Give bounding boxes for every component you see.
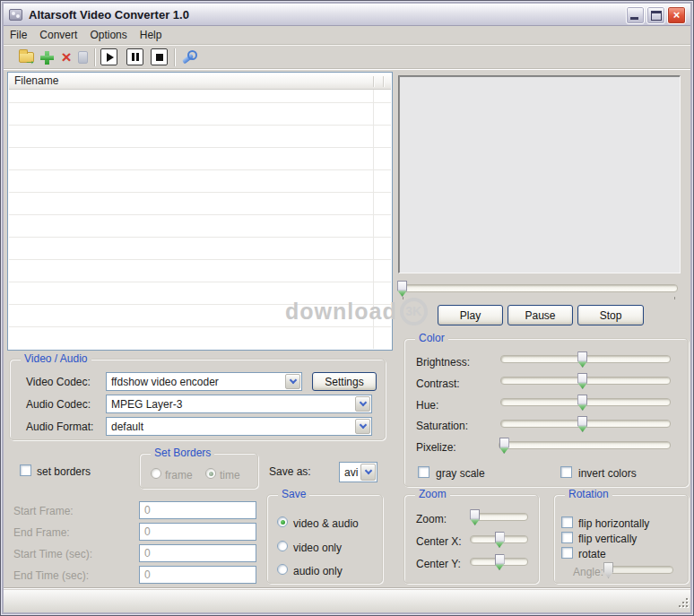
position-slider[interactable] [399, 282, 678, 296]
saturation-slider[interactable] [500, 417, 671, 431]
frame-label: frame [165, 469, 193, 482]
end-frame-label: End Frame: [13, 526, 70, 539]
stop-button[interactable]: Stop [577, 305, 644, 325]
contrast-slider[interactable] [500, 374, 671, 388]
save-as-select[interactable]: avi [339, 462, 377, 482]
remove-icon: × [61, 50, 71, 65]
slider-thumb[interactable] [495, 532, 505, 548]
save-group-caption: Save [278, 488, 309, 500]
dropdown-button[interactable] [355, 396, 370, 412]
minimize-button[interactable] [626, 6, 645, 24]
zoom-label: Zoom: [416, 513, 447, 525]
audio-codec-value: MPEG Layer-3 [111, 398, 182, 411]
add-file-button[interactable] [39, 48, 55, 66]
list-header[interactable]: Filename [9, 74, 391, 90]
invert-colors-checkbox[interactable] [560, 466, 572, 478]
maximize-icon [651, 11, 662, 21]
open-folder-icon: → [19, 52, 34, 63]
set-borders-caption: Set Borders [151, 447, 214, 459]
slider-track [605, 566, 673, 574]
settings-button[interactable]: Settings [312, 372, 377, 391]
toolbar-play-button[interactable] [100, 48, 117, 65]
hue-slider[interactable] [500, 395, 671, 410]
list-body[interactable] [9, 90, 391, 349]
color-group-caption: Color [415, 332, 448, 344]
slider-track[interactable] [499, 441, 671, 449]
chevron-down-icon [359, 399, 366, 406]
column-separator [383, 76, 384, 87]
slider-thumb[interactable] [397, 281, 407, 297]
menu-file[interactable]: File [4, 27, 33, 43]
wrench-icon [181, 49, 198, 65]
time-radio [205, 468, 216, 479]
slider-track[interactable] [399, 284, 678, 292]
chevron-down-icon [364, 467, 371, 474]
dropdown-button[interactable] [355, 419, 370, 434]
menu-help[interactable]: Help [134, 27, 169, 43]
rotate-checkbox[interactable] [561, 547, 573, 559]
audio-format-value: default [111, 421, 143, 433]
slider-thumb[interactable] [499, 438, 509, 454]
gray-scale-label: gray scale [436, 467, 485, 480]
toolbar-separator [174, 48, 175, 66]
center-x-slider[interactable] [470, 533, 528, 547]
remove-file-button[interactable]: × [58, 48, 74, 66]
zoom-slider[interactable] [470, 510, 528, 525]
add-icon [40, 51, 54, 65]
close-button[interactable]: × [667, 6, 686, 24]
slider-tick [674, 297, 675, 299]
resize-grip[interactable] [676, 598, 688, 610]
slider-tick [403, 297, 403, 299]
slider-thumb[interactable] [577, 351, 587, 368]
brightness-label: Brightness: [416, 356, 470, 369]
column-filename[interactable]: Filename [14, 74, 58, 87]
center-y-slider[interactable] [470, 555, 528, 569]
gray-scale-checkbox[interactable] [418, 466, 429, 478]
flip-horizontally-checkbox[interactable] [561, 516, 573, 528]
slider-thumb[interactable] [495, 554, 505, 570]
invert-colors-label: invert colors [578, 467, 637, 480]
start-time-field [139, 544, 256, 562]
video-only-radio[interactable] [277, 541, 288, 551]
video-audio-radio[interactable] [277, 516, 288, 527]
flip-vertically-checkbox[interactable] [561, 532, 573, 543]
rotate-label: rotate [578, 548, 606, 560]
clear-list-button[interactable] [76, 48, 90, 66]
toolbar-settings-button[interactable] [180, 48, 198, 66]
brightness-slider[interactable] [500, 352, 671, 367]
slider-thumb[interactable] [577, 395, 587, 411]
maximize-button[interactable] [646, 6, 665, 24]
start-frame-field [139, 501, 256, 519]
toolbar-stop-button[interactable] [151, 48, 168, 65]
dropdown-button[interactable] [285, 374, 300, 389]
open-file-button[interactable]: → [16, 48, 36, 66]
save-as-value: avi [344, 466, 358, 479]
divider [4, 587, 690, 589]
dropdown-button[interactable] [360, 464, 376, 481]
video-codec-value: ffdshow video encoder [111, 376, 219, 388]
menu-options[interactable]: Options [83, 27, 133, 43]
pixelize-slider[interactable] [499, 438, 671, 453]
frame-radio [151, 468, 161, 479]
title-bar[interactable]: Altarsoft Video Converter 1.0 × [4, 4, 690, 26]
file-list[interactable]: Filename [7, 72, 393, 351]
audio-only-radio[interactable] [277, 564, 288, 575]
contrast-label: Contrast: [416, 377, 460, 390]
video-codec-select[interactable]: ffdshow video encoder [106, 372, 302, 391]
toolbar: → × [4, 46, 690, 69]
audio-codec-select[interactable]: MPEG Layer-3 [106, 395, 372, 413]
slider-thumb[interactable] [577, 416, 587, 432]
slider-thumb[interactable] [470, 509, 480, 525]
pause-button[interactable]: Pause [507, 305, 573, 325]
menu-convert[interactable]: Convert [33, 27, 83, 43]
set-borders-checkbox[interactable] [20, 464, 31, 476]
flip-vertically-label: flip vertically [578, 533, 637, 545]
toolbar-pause-button[interactable] [126, 48, 143, 65]
stop-icon [156, 54, 163, 61]
start-time-label: Start Time (sec): [13, 548, 92, 560]
slider-thumb[interactable] [577, 373, 587, 389]
rotation-group-caption: Rotation [565, 488, 612, 500]
video-audio-group: Video / Audio Video Codec: ffdshow video… [9, 359, 386, 440]
audio-format-select[interactable]: default [106, 417, 372, 436]
play-button[interactable]: Play [438, 305, 503, 325]
